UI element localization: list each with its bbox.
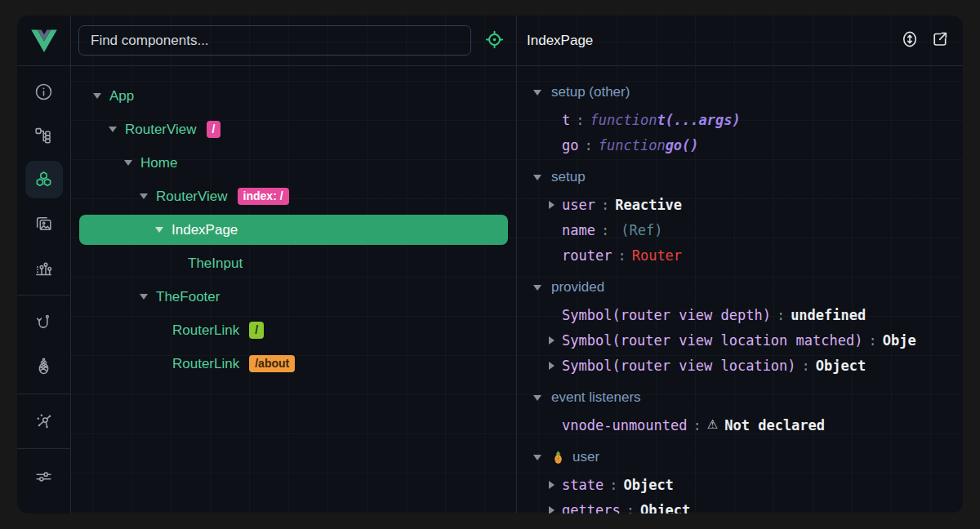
route-badge: / bbox=[207, 121, 221, 138]
component-label: IndexPage bbox=[172, 222, 238, 238]
tree-item[interactable]: RouterLink/ bbox=[71, 313, 516, 347]
tree-item[interactable]: IndexPage bbox=[79, 215, 508, 245]
sidebar-tab-settings[interactable] bbox=[17, 454, 70, 498]
component-label: RouterView bbox=[125, 122, 197, 138]
warning-icon: ⚠ bbox=[707, 419, 718, 431]
state-section-header[interactable]: provided bbox=[517, 273, 963, 302]
sidebar-tab-graph[interactable] bbox=[17, 399, 70, 443]
state-key: go bbox=[562, 137, 578, 153]
state-row[interactable]: state:Object bbox=[517, 472, 963, 497]
pineapple-icon bbox=[551, 450, 565, 465]
route-badge: / bbox=[249, 322, 264, 339]
state-key: getters bbox=[562, 502, 621, 514]
state-row: t:function t(...args) bbox=[517, 107, 963, 132]
state-inspector-panel: IndexPage setup (o bbox=[517, 16, 963, 513]
colon: : bbox=[626, 502, 635, 514]
route-badge: index: / bbox=[238, 188, 289, 205]
state-row: go:function go() bbox=[517, 132, 963, 158]
state-value: function bbox=[590, 112, 657, 128]
tree-item[interactable]: RouterLink/about bbox=[71, 347, 516, 380]
tree-item[interactable]: TheFooter bbox=[71, 280, 516, 313]
state-row: name:(Ref) bbox=[517, 217, 963, 242]
state-row[interactable]: Symbol(router view location):Object bbox=[517, 353, 963, 378]
sidebar-tab-assets[interactable] bbox=[17, 202, 70, 246]
selected-component-title: IndexPage bbox=[527, 33, 891, 49]
caret-down-icon bbox=[533, 455, 541, 460]
sidebar-tab-component-tree[interactable] bbox=[17, 113, 70, 158]
colon: : bbox=[868, 332, 876, 349]
sidebar-group bbox=[17, 66, 70, 293]
component-label: Home bbox=[140, 155, 177, 171]
external-link-icon bbox=[930, 29, 950, 51]
state-section: providedSymbol(router view depth):undefi… bbox=[517, 273, 963, 378]
tree-item[interactable]: RouterView/ bbox=[71, 113, 516, 146]
caret-right-icon bbox=[549, 201, 555, 209]
sidebar-tab-info[interactable] bbox=[17, 69, 70, 113]
state-key: vnode-unmounted bbox=[562, 417, 688, 433]
sidebar-tab-components[interactable] bbox=[17, 158, 70, 202]
scroll-to-component-button[interactable] bbox=[898, 29, 921, 52]
state-section: setupuser:Reactivename:(Ref)router:Route… bbox=[517, 162, 963, 268]
state-section: userstate:Objectgetters:Object bbox=[517, 442, 963, 513]
colon: : bbox=[693, 417, 702, 433]
sidebar bbox=[17, 16, 71, 513]
colon: : bbox=[601, 197, 609, 213]
search-input[interactable] bbox=[91, 33, 459, 49]
state-section: setup (other)t:function t(...args)go:fun… bbox=[517, 78, 963, 158]
caret-down-icon bbox=[109, 127, 117, 132]
state-row: Symbol(router view depth):undefined bbox=[517, 302, 963, 327]
caret-down-icon bbox=[533, 395, 541, 401]
component-label: RouterLink bbox=[172, 356, 239, 372]
state-value: t(...args) bbox=[657, 112, 740, 128]
state-value: Object bbox=[816, 358, 866, 374]
inspect-component-button[interactable] bbox=[482, 29, 506, 53]
state-value: Object bbox=[623, 477, 673, 493]
component-tree-panel: AppRouterView/HomeRouterViewindex: /Inde… bbox=[71, 16, 517, 513]
section-title: setup (other) bbox=[551, 84, 630, 100]
tree-item[interactable]: Home bbox=[71, 146, 516, 180]
state-value: Not declared bbox=[724, 417, 825, 433]
state-value: Obje bbox=[883, 332, 916, 349]
state-section-header[interactable]: setup bbox=[517, 162, 963, 192]
open-in-editor-button[interactable] bbox=[929, 29, 951, 52]
component-label: RouterLink bbox=[172, 322, 239, 339]
state-value: Reactive bbox=[615, 197, 682, 213]
caret-down-icon bbox=[533, 175, 541, 180]
state-section-header[interactable]: user bbox=[517, 442, 963, 472]
state-list: setup (other)t:function t(...args)go:fun… bbox=[517, 66, 963, 513]
pinia-icon bbox=[25, 348, 63, 385]
sidebar-group bbox=[17, 448, 70, 501]
caret-down-icon bbox=[140, 294, 148, 300]
inspector-header: IndexPage bbox=[517, 16, 963, 66]
vue-logo-icon bbox=[29, 28, 59, 54]
vue-logo[interactable] bbox=[17, 16, 70, 66]
tree-header bbox=[71, 16, 516, 66]
state-row[interactable]: user:Reactive bbox=[517, 192, 963, 217]
state-key: Symbol(router view location) bbox=[562, 358, 796, 374]
sidebar-tab-pinia[interactable] bbox=[17, 345, 70, 389]
state-value: function bbox=[599, 137, 666, 153]
section-title: provided bbox=[551, 279, 604, 296]
state-key: Symbol(router view location matched) bbox=[562, 332, 862, 349]
state-row[interactable]: getters:Object bbox=[517, 497, 963, 513]
caret-right-icon bbox=[549, 506, 555, 514]
tree-item[interactable]: RouterViewindex: / bbox=[71, 180, 516, 213]
state-section: event listenersvnode-unmounted:⚠Not decl… bbox=[517, 383, 963, 438]
state-section-header[interactable]: event listeners bbox=[517, 383, 963, 412]
colon: : bbox=[584, 137, 592, 153]
sidebar-tab-timeline[interactable] bbox=[17, 246, 70, 290]
tree-item[interactable]: TheInput bbox=[71, 247, 516, 280]
state-section-header[interactable]: setup (other) bbox=[517, 78, 963, 107]
state-key: state bbox=[562, 477, 604, 493]
component-label: RouterView bbox=[156, 189, 228, 205]
colon: : bbox=[601, 222, 609, 238]
state-row: router:Router bbox=[517, 242, 963, 268]
timeline-icon bbox=[25, 249, 63, 287]
state-row[interactable]: Symbol(router view location matched):Obj… bbox=[517, 327, 963, 353]
caret-down-icon bbox=[140, 193, 148, 199]
sidebar-tab-router[interactable] bbox=[17, 300, 70, 345]
caret-right-icon bbox=[549, 481, 555, 489]
updown-circle-icon bbox=[900, 29, 920, 51]
tree-item[interactable]: App bbox=[71, 79, 516, 113]
components-icon bbox=[25, 161, 63, 198]
